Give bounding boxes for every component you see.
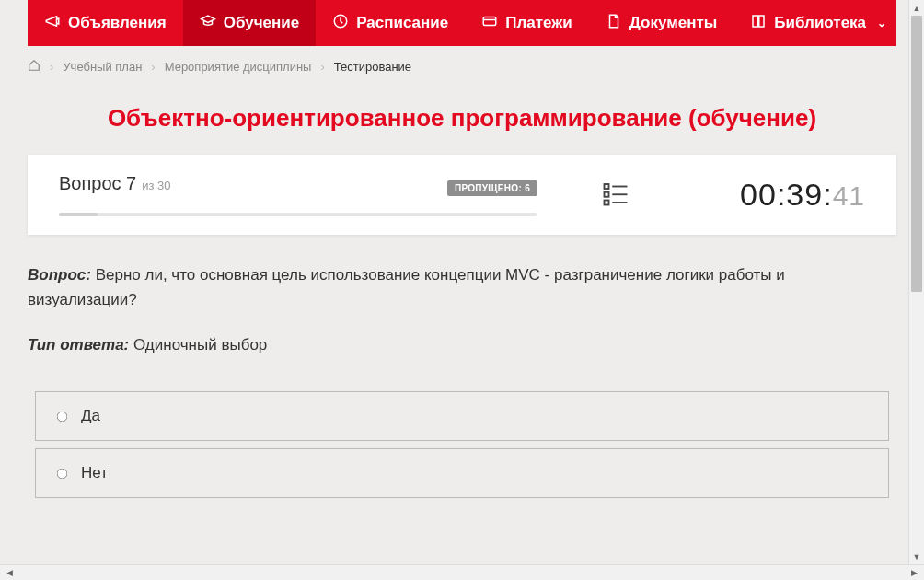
answer-type-label: Тип ответа: bbox=[28, 336, 129, 354]
breadcrumb-link[interactable]: Мероприятие дисциплины bbox=[165, 60, 312, 74]
nav-label: Документы bbox=[629, 14, 718, 32]
options-list: Да Нет bbox=[28, 391, 896, 498]
question-text: Вопрос: Верно ли, что основная цель испо… bbox=[28, 262, 896, 312]
svg-rect-4 bbox=[605, 200, 609, 204]
nav-label: Обучение bbox=[224, 14, 299, 32]
scroll-right-icon[interactable]: ▶ bbox=[907, 568, 922, 577]
option-radio[interactable] bbox=[57, 469, 68, 480]
question-body: Верно ли, что основная цель использовани… bbox=[28, 266, 785, 308]
question-label: Вопрос: bbox=[28, 266, 91, 284]
timer: 00:39:41 bbox=[740, 177, 865, 213]
page-title: Объектно-ориентированное программировани… bbox=[28, 104, 896, 133]
nav-payments[interactable]: Платежи bbox=[465, 0, 589, 46]
option-radio[interactable] bbox=[57, 412, 68, 423]
chevron-right-icon: › bbox=[50, 60, 53, 74]
timer-ss: 39 bbox=[786, 177, 823, 212]
panel-progress: Вопрос 7 из 30 ПРОПУЩЕНО: 6 bbox=[59, 173, 537, 216]
option-label: Нет bbox=[81, 464, 108, 482]
svg-rect-1 bbox=[483, 17, 496, 25]
chevron-right-icon: › bbox=[151, 60, 155, 74]
megaphone-icon bbox=[44, 13, 61, 34]
nav-documents[interactable]: Документы bbox=[589, 0, 734, 46]
skipped-badge: ПРОПУЩЕНО: 6 bbox=[447, 180, 537, 196]
scroll-left-icon[interactable]: ◀ bbox=[2, 568, 17, 577]
question-content: Вопрос: Верно ли, что основная цель испо… bbox=[28, 262, 896, 498]
vertical-scrollbar[interactable]: ▲ ▼ bbox=[908, 0, 924, 564]
timer-cs: 41 bbox=[833, 180, 865, 211]
nav-education[interactable]: Обучение bbox=[183, 0, 316, 46]
question-of: из 30 bbox=[142, 179, 170, 192]
question-list-button[interactable] bbox=[602, 180, 629, 211]
question-number: Вопрос 7 bbox=[59, 173, 136, 194]
clock-icon bbox=[332, 13, 349, 34]
nav-label: Объявления bbox=[68, 14, 167, 32]
question-panel: Вопрос 7 из 30 ПРОПУЩЕНО: 6 00:39:41 bbox=[28, 155, 896, 235]
graduation-icon bbox=[200, 13, 216, 34]
timer-mm: 00 bbox=[740, 177, 777, 212]
progress-fill bbox=[59, 213, 98, 216]
breadcrumb-current: Тестирование bbox=[334, 60, 411, 74]
chevron-right-icon: › bbox=[320, 60, 324, 74]
option-label: Да bbox=[81, 407, 100, 425]
option-no[interactable]: Нет bbox=[35, 448, 889, 498]
option-yes[interactable]: Да bbox=[35, 391, 889, 441]
progress-bar bbox=[59, 213, 537, 216]
horizontal-scrollbar[interactable]: ◀ ▶ bbox=[0, 564, 924, 580]
main-nav: Объявления Обучение Расписание Платежи Д… bbox=[28, 0, 896, 46]
svg-rect-3 bbox=[605, 191, 609, 196]
nav-library[interactable]: Библиотека ⌄ bbox=[733, 0, 903, 46]
nav-announcements[interactable]: Объявления bbox=[28, 0, 183, 46]
list-icon bbox=[602, 194, 629, 210]
nav-label: Расписание bbox=[356, 14, 448, 32]
book-icon bbox=[750, 13, 767, 34]
answer-type-value: Одиночный выбор bbox=[133, 336, 267, 354]
scroll-down-icon[interactable]: ▼ bbox=[909, 549, 924, 564]
svg-rect-2 bbox=[605, 184, 609, 189]
answer-type: Тип ответа: Одиночный выбор bbox=[28, 336, 896, 354]
card-icon bbox=[481, 13, 498, 34]
chevron-down-icon: ⌄ bbox=[877, 17, 886, 29]
home-icon[interactable] bbox=[28, 59, 40, 75]
nav-schedule[interactable]: Расписание bbox=[316, 0, 465, 46]
nav-label: Библиотека bbox=[774, 14, 866, 32]
scroll-up-icon[interactable]: ▲ bbox=[909, 0, 924, 16]
document-icon bbox=[606, 13, 622, 34]
nav-label: Платежи bbox=[505, 14, 572, 32]
breadcrumb-link[interactable]: Учебный план bbox=[63, 60, 142, 74]
scroll-thumb[interactable] bbox=[911, 16, 922, 292]
breadcrumb: › Учебный план › Мероприятие дисциплины … bbox=[0, 46, 924, 87]
